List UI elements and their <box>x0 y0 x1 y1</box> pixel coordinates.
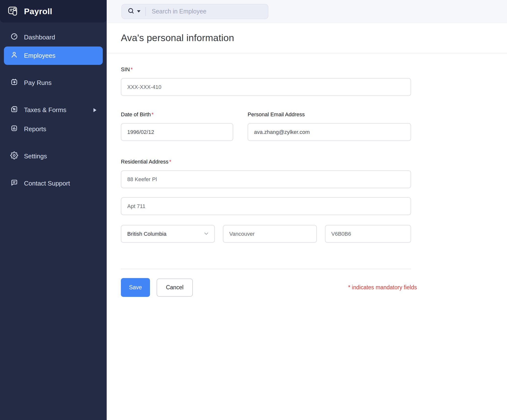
form-divider <box>121 269 411 269</box>
topbar <box>107 0 507 23</box>
page-title: Ava's personal information <box>121 33 234 43</box>
address-line2-input[interactable] <box>121 197 411 215</box>
reports-icon <box>10 124 18 134</box>
email-label: Personal Email Address <box>248 111 411 118</box>
sidebar-item-contact-support[interactable]: Contact Support <box>4 174 103 193</box>
sidebar-item-settings[interactable]: Settings <box>4 147 103 165</box>
contact-support-icon <box>10 179 18 188</box>
employees-icon <box>10 51 18 60</box>
search-scope-caret-icon[interactable] <box>137 10 140 12</box>
sin-label: SIN* <box>121 66 411 73</box>
mandatory-fields-note: * indicates mandatory fields <box>348 284 417 291</box>
app-title: Payroll <box>24 7 52 16</box>
sidebar-item-label: Contact Support <box>24 180 70 187</box>
main-area: Ava's personal information SIN* Date of … <box>107 0 507 420</box>
payroll-logo-icon <box>7 5 19 18</box>
dob-input[interactable] <box>121 123 233 141</box>
address-line1-input[interactable] <box>121 170 411 188</box>
sidebar-item-label: Reports <box>24 125 46 133</box>
sidebar-item-taxes-forms[interactable]: Taxes & Forms <box>4 101 103 119</box>
sidebar-item-employees[interactable]: Employees <box>4 47 103 65</box>
global-search[interactable] <box>121 4 268 19</box>
personal-info-form: SIN* Date of Birth* Personal Email Addre… <box>107 53 411 297</box>
submenu-arrow-icon <box>93 108 96 112</box>
city-input[interactable] <box>223 225 317 243</box>
email-field-group: Personal Email Address <box>248 111 411 141</box>
search-input[interactable] <box>152 8 264 15</box>
form-actions: Save Cancel * indicates mandatory fields <box>121 278 417 297</box>
app-logo: Payroll <box>0 0 107 23</box>
search-icon[interactable] <box>127 7 135 16</box>
page-header: Ava's personal information <box>107 23 507 53</box>
sidebar-item-label: Taxes & Forms <box>24 106 66 114</box>
required-asterisk: * <box>131 66 133 72</box>
pay-runs-icon <box>10 78 18 88</box>
postal-code-input[interactable] <box>325 225 411 243</box>
sidebar-item-label: Pay Runs <box>24 79 52 87</box>
dashboard-icon <box>10 33 18 42</box>
dob-label: Date of Birth* <box>121 111 233 118</box>
province-city-postal-row: British Columbia <box>121 225 411 243</box>
province-select[interactable]: British Columbia <box>121 225 215 243</box>
required-asterisk: * <box>169 159 171 165</box>
sin-field-group: SIN* <box>121 66 411 96</box>
cancel-button[interactable]: Cancel <box>157 279 193 297</box>
address-label: Residential Address* <box>121 159 411 165</box>
sin-input[interactable] <box>121 78 411 96</box>
sidebar-item-label: Settings <box>24 152 47 160</box>
sidebar-nav: Dashboard Employees <box>0 23 107 193</box>
sidebar: Payroll Dashboard <box>0 0 107 420</box>
taxes-forms-icon <box>10 105 18 115</box>
sidebar-item-label: Employees <box>24 52 56 59</box>
app-window: Payroll Dashboard <box>0 0 507 420</box>
required-asterisk: * <box>151 111 154 117</box>
email-input[interactable] <box>248 123 411 141</box>
sidebar-item-reports[interactable]: Reports <box>4 120 103 138</box>
dob-email-row: Date of Birth* Personal Email Address <box>121 111 411 141</box>
sidebar-item-pay-runs[interactable]: Pay Runs <box>4 74 103 92</box>
chevron-down-icon <box>203 230 209 238</box>
sidebar-item-dashboard[interactable]: Dashboard <box>4 28 103 47</box>
sidebar-item-label: Dashboard <box>24 34 55 41</box>
save-button[interactable]: Save <box>121 278 150 297</box>
province-selected-value: British Columbia <box>127 231 166 237</box>
settings-icon <box>10 152 18 161</box>
dob-field-group: Date of Birth* <box>121 111 233 141</box>
search-divider <box>145 7 146 16</box>
